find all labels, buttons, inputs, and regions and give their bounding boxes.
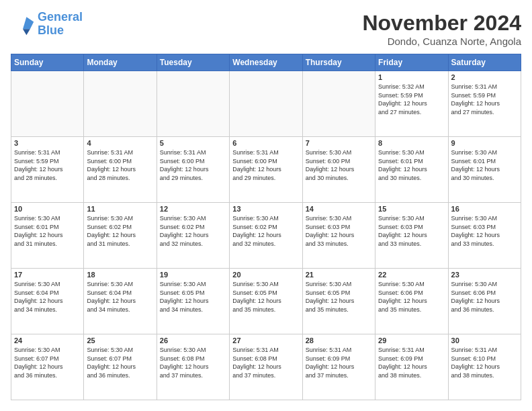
calendar-cell-w1-d1: [11, 71, 84, 137]
day-number: 19: [160, 271, 226, 279]
page: General Blue November 2024 Dondo, Cuanza…: [0, 0, 532, 411]
day-number: 16: [451, 205, 518, 213]
header: General Blue November 2024 Dondo, Cuanza…: [11, 11, 521, 47]
day-number: 4: [87, 139, 153, 147]
day-info: Sunrise: 5:30 AM Sunset: 6:08 PM Dayligh…: [160, 346, 226, 379]
day-info: Sunrise: 5:30 AM Sunset: 6:03 PM Dayligh…: [378, 214, 445, 248]
day-info: Sunrise: 5:30 AM Sunset: 6:07 PM Dayligh…: [14, 346, 81, 379]
calendar-cell-w2-d1: 3Sunrise: 5:31 AM Sunset: 5:59 PM Daylig…: [11, 137, 84, 203]
day-number: 10: [14, 205, 81, 213]
days-of-week-row: SundayMondayTuesdayWednesdayThursdayFrid…: [11, 54, 521, 71]
day-number: 2: [451, 73, 518, 81]
logo-icon: [11, 12, 35, 36]
day-info: Sunrise: 5:30 AM Sunset: 6:02 PM Dayligh…: [232, 214, 299, 248]
calendar-cell-w4-d1: 17Sunrise: 5:30 AM Sunset: 6:04 PM Dayli…: [11, 269, 84, 334]
day-number: 30: [451, 336, 518, 345]
calendar-cell-w3-d4: 13Sunrise: 5:30 AM Sunset: 6:02 PM Dayli…: [230, 203, 302, 269]
day-number: 23: [451, 271, 518, 279]
day-info: Sunrise: 5:30 AM Sunset: 6:04 PM Dayligh…: [87, 280, 153, 314]
day-number: 15: [378, 205, 445, 213]
calendar-cell-w3-d1: 10Sunrise: 5:30 AM Sunset: 6:01 PM Dayli…: [11, 203, 84, 269]
day-number: 24: [14, 336, 81, 345]
day-number: 26: [160, 336, 226, 345]
day-info: Sunrise: 5:30 AM Sunset: 6:02 PM Dayligh…: [87, 214, 153, 248]
header-tuesday: Tuesday: [157, 54, 229, 71]
day-number: 13: [232, 205, 299, 213]
calendar-cell-w5-d1: 24Sunrise: 5:30 AM Sunset: 6:07 PM Dayli…: [11, 334, 84, 400]
day-number: 1: [378, 73, 445, 81]
calendar-cell-w1-d3: [157, 71, 229, 137]
calendar-table: SundayMondayTuesdayWednesdayThursdayFrid…: [11, 54, 521, 400]
day-number: 14: [306, 205, 372, 213]
day-number: 20: [232, 271, 299, 279]
calendar-cell-w4-d7: 23Sunrise: 5:30 AM Sunset: 6:06 PM Dayli…: [448, 269, 521, 334]
day-info: Sunrise: 5:31 AM Sunset: 5:59 PM Dayligh…: [451, 83, 518, 116]
calendar-body: 1Sunrise: 5:32 AM Sunset: 5:59 PM Daylig…: [11, 71, 521, 400]
day-info: Sunrise: 5:30 AM Sunset: 6:05 PM Dayligh…: [306, 280, 372, 314]
day-info: Sunrise: 5:30 AM Sunset: 6:06 PM Dayligh…: [451, 280, 518, 314]
day-info: Sunrise: 5:30 AM Sunset: 6:07 PM Dayligh…: [87, 346, 153, 379]
calendar-cell-w5-d4: 27Sunrise: 5:31 AM Sunset: 6:08 PM Dayli…: [230, 334, 302, 400]
calendar-cell-w2-d6: 8Sunrise: 5:30 AM Sunset: 6:01 PM Daylig…: [375, 137, 448, 203]
calendar-cell-w5-d2: 25Sunrise: 5:30 AM Sunset: 6:07 PM Dayli…: [84, 334, 157, 400]
week-row-2: 3Sunrise: 5:31 AM Sunset: 5:59 PM Daylig…: [11, 137, 521, 203]
day-number: 8: [378, 139, 445, 147]
day-info: Sunrise: 5:31 AM Sunset: 5:59 PM Dayligh…: [14, 148, 81, 182]
logo-blue: Blue: [38, 24, 64, 37]
day-info: Sunrise: 5:31 AM Sunset: 6:09 PM Dayligh…: [306, 346, 372, 379]
calendar-cell-w2-d4: 6Sunrise: 5:31 AM Sunset: 6:00 PM Daylig…: [230, 137, 302, 203]
week-row-3: 10Sunrise: 5:30 AM Sunset: 6:01 PM Dayli…: [11, 203, 521, 269]
calendar-cell-w2-d3: 5Sunrise: 5:31 AM Sunset: 6:00 PM Daylig…: [157, 137, 229, 203]
calendar-cell-w3-d7: 16Sunrise: 5:30 AM Sunset: 6:03 PM Dayli…: [448, 203, 521, 269]
logo: General Blue: [11, 11, 83, 38]
day-number: 25: [87, 336, 153, 345]
day-info: Sunrise: 5:31 AM Sunset: 6:08 PM Dayligh…: [232, 346, 299, 379]
calendar-cell-w2-d2: 4Sunrise: 5:31 AM Sunset: 6:00 PM Daylig…: [84, 137, 157, 203]
header-saturday: Saturday: [448, 54, 521, 71]
title-section: November 2024 Dondo, Cuanza Norte, Angol…: [362, 11, 521, 47]
day-number: 3: [14, 139, 81, 147]
day-info: Sunrise: 5:30 AM Sunset: 6:01 PM Dayligh…: [14, 214, 81, 248]
day-number: 21: [306, 271, 372, 279]
day-info: Sunrise: 5:30 AM Sunset: 6:03 PM Dayligh…: [306, 214, 372, 248]
page-subtitle: Dondo, Cuanza Norte, Angola: [362, 36, 521, 47]
week-row-5: 24Sunrise: 5:30 AM Sunset: 6:07 PM Dayli…: [11, 334, 521, 400]
calendar-cell-w5-d6: 29Sunrise: 5:31 AM Sunset: 6:09 PM Dayli…: [375, 334, 448, 400]
day-number: 29: [378, 336, 445, 345]
calendar-cell-w5-d5: 28Sunrise: 5:31 AM Sunset: 6:09 PM Dayli…: [302, 334, 375, 400]
calendar-cell-w3-d6: 15Sunrise: 5:30 AM Sunset: 6:03 PM Dayli…: [375, 203, 448, 269]
calendar-cell-w4-d5: 21Sunrise: 5:30 AM Sunset: 6:05 PM Dayli…: [302, 269, 375, 334]
day-info: Sunrise: 5:31 AM Sunset: 6:00 PM Dayligh…: [160, 148, 226, 182]
calendar-cell-w3-d3: 12Sunrise: 5:30 AM Sunset: 6:02 PM Dayli…: [157, 203, 229, 269]
day-number: 28: [306, 336, 372, 345]
day-number: 6: [232, 139, 299, 147]
week-row-1: 1Sunrise: 5:32 AM Sunset: 5:59 PM Daylig…: [11, 71, 521, 137]
day-number: 11: [87, 205, 153, 213]
day-info: Sunrise: 5:32 AM Sunset: 5:59 PM Dayligh…: [378, 83, 445, 116]
day-number: 18: [87, 271, 153, 279]
day-number: 5: [160, 139, 226, 147]
calendar-cell-w3-d5: 14Sunrise: 5:30 AM Sunset: 6:03 PM Dayli…: [302, 203, 375, 269]
logo-text: General Blue: [38, 11, 83, 38]
day-info: Sunrise: 5:30 AM Sunset: 6:01 PM Dayligh…: [378, 148, 445, 182]
day-number: 9: [451, 139, 518, 147]
calendar-cell-w1-d2: [84, 71, 157, 137]
day-info: Sunrise: 5:30 AM Sunset: 6:00 PM Dayligh…: [306, 148, 372, 182]
week-row-4: 17Sunrise: 5:30 AM Sunset: 6:04 PM Dayli…: [11, 269, 521, 334]
header-monday: Monday: [84, 54, 157, 71]
header-wednesday: Wednesday: [230, 54, 302, 71]
calendar-cell-w1-d7: 2Sunrise: 5:31 AM Sunset: 5:59 PM Daylig…: [448, 71, 521, 137]
day-number: 12: [160, 205, 226, 213]
day-info: Sunrise: 5:31 AM Sunset: 6:00 PM Dayligh…: [232, 148, 299, 182]
day-info: Sunrise: 5:30 AM Sunset: 6:05 PM Dayligh…: [232, 280, 299, 314]
day-info: Sunrise: 5:30 AM Sunset: 6:06 PM Dayligh…: [378, 280, 445, 314]
calendar-cell-w4-d2: 18Sunrise: 5:30 AM Sunset: 6:04 PM Dayli…: [84, 269, 157, 334]
logo-general: General: [38, 10, 83, 24]
day-info: Sunrise: 5:30 AM Sunset: 6:03 PM Dayligh…: [451, 214, 518, 248]
header-sunday: Sunday: [11, 54, 84, 71]
calendar-cell-w5-d3: 26Sunrise: 5:30 AM Sunset: 6:08 PM Dayli…: [157, 334, 229, 400]
day-info: Sunrise: 5:31 AM Sunset: 6:10 PM Dayligh…: [451, 346, 518, 379]
day-number: 17: [14, 271, 81, 279]
day-number: 27: [232, 336, 299, 345]
calendar-cell-w5-d7: 30Sunrise: 5:31 AM Sunset: 6:10 PM Dayli…: [448, 334, 521, 400]
